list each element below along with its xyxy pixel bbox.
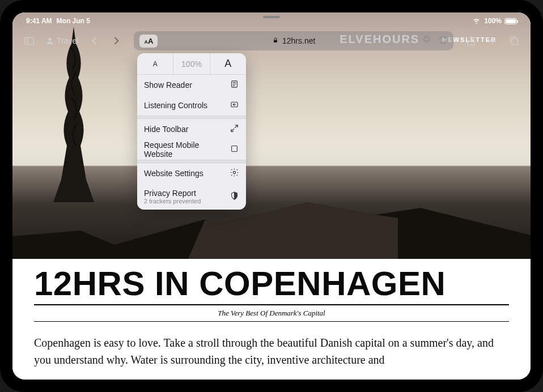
zoom-level: 100% — [173, 53, 210, 74]
new-tab-icon[interactable] — [484, 32, 501, 49]
gear-icon — [230, 168, 239, 179]
text-larger-button[interactable]: A — [210, 53, 246, 74]
page-content: ELVEHOURS NEWSLETTER 12HRS IN COPENHAGEN… — [12, 12, 531, 380]
reload-icon[interactable] — [438, 35, 448, 47]
reader-icon — [230, 79, 239, 91]
svg-rect-5 — [274, 40, 277, 43]
article-headline: 12HRS IN COPENHAGEN — [34, 267, 509, 305]
svg-line-15 — [235, 125, 237, 128]
request-mobile-row[interactable]: Request Mobile Website — [137, 139, 246, 160]
address-bar[interactable]: AA 12hrs.net — [134, 31, 453, 50]
article: 12HRS IN COPENHAGEN The Very Best Of Den… — [12, 259, 531, 368]
privacy-report-label: Privacy Report — [144, 189, 201, 198]
battery-icon — [504, 18, 517, 24]
screen: 9:41 AM Mon Jun 5 100% — [12, 12, 531, 380]
listening-controls-label: Listening Controls — [144, 101, 207, 110]
website-settings-label: Website Settings — [144, 169, 203, 178]
hide-toolbar-label: Hide Toolbar — [144, 125, 188, 134]
safari-toolbar: Travel AA 12hrs.net — [12, 28, 531, 53]
article-subhead: The Very Best Of Denmark's Capital — [34, 305, 509, 322]
shield-icon — [230, 191, 239, 202]
svg-line-16 — [231, 129, 234, 131]
website-settings-row[interactable]: Website Settings — [137, 163, 246, 184]
expand-icon — [230, 123, 239, 135]
privacy-report-sub: 2 trackers prevented — [144, 198, 201, 204]
page-settings-button[interactable]: AA — [139, 35, 158, 48]
svg-marker-1 — [188, 202, 398, 259]
lock-icon — [272, 36, 279, 45]
device-icon — [230, 144, 239, 155]
svg-point-18 — [233, 171, 235, 173]
article-body: Copenhagen is easy to love. Take a strol… — [34, 334, 509, 368]
roofline-silhouette-icon — [12, 191, 531, 259]
multitask-pill-icon[interactable] — [263, 16, 280, 18]
privacy-report-row[interactable]: Privacy Report 2 trackers prevented — [137, 184, 246, 210]
page-menu-popover: A 100% A Show Reader Listening Controls … — [137, 53, 246, 210]
text-smaller-button[interactable]: A — [137, 53, 173, 74]
url-host: 12hrs.net — [282, 36, 315, 45]
listening-controls-row[interactable]: Listening Controls — [137, 95, 246, 116]
hide-toolbar-row[interactable]: Hide Toolbar — [137, 119, 246, 139]
share-icon[interactable] — [463, 32, 480, 49]
show-reader-label: Show Reader — [144, 80, 192, 90]
request-mobile-label: Request Mobile Website — [144, 140, 230, 159]
profile-label: Travel — [57, 36, 78, 45]
status-date: Mon Jun 5 — [57, 17, 90, 25]
svg-rect-9 — [512, 39, 518, 45]
svg-rect-14 — [231, 102, 237, 107]
status-time: 9:41 AM — [26, 17, 52, 25]
battery-pct: 100% — [484, 17, 502, 25]
ipad-frame: 9:41 AM Mon Jun 5 100% — [0, 0, 543, 392]
svg-point-4 — [48, 38, 51, 41]
back-button[interactable] — [86, 32, 103, 49]
svg-rect-2 — [24, 37, 33, 44]
tabs-icon[interactable] — [506, 32, 523, 49]
profile-button[interactable]: Travel — [42, 36, 82, 45]
svg-rect-17 — [232, 146, 237, 152]
show-reader-row[interactable]: Show Reader — [137, 75, 246, 95]
sidebar-icon[interactable] — [20, 32, 37, 49]
extensions-icon[interactable] — [422, 35, 431, 47]
forward-button[interactable] — [108, 32, 125, 49]
speaker-icon — [230, 100, 239, 111]
wifi-icon — [472, 15, 481, 27]
